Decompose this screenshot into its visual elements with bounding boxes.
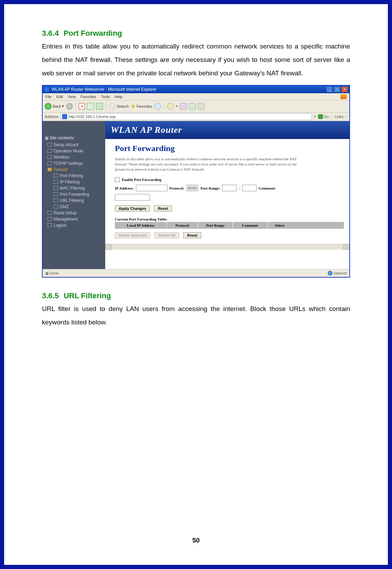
comment-label: Comment: [259,186,276,190]
delete-all-button[interactable]: Delete All [154,232,179,238]
nav-logout[interactable]: Logout [45,222,103,228]
nav-port-forwarding[interactable]: Port Forwarding [51,191,103,197]
port-from-input[interactable] [222,185,237,191]
sidebar-heading: Site contents: [50,136,75,140]
home-button[interactable] [96,103,103,110]
favorites-button[interactable]: ★Favorites [131,103,152,109]
status-bar: ▦ Done Internet [43,269,349,277]
reset-button[interactable]: Reset [154,205,172,212]
reset-table-button[interactable]: Reset [183,232,201,238]
nav-firewall[interactable]: Firewall [45,167,103,173]
section-number: 3.6.5 [42,291,59,300]
port-to-input[interactable] [242,185,257,191]
menu-tools[interactable]: Tools [101,95,110,99]
history-button[interactable] [167,103,174,110]
search-icon [109,103,116,110]
protocol-select[interactable]: Both ▾ [186,185,199,191]
section-number: 3.6.4 [42,29,59,37]
nav-operation-mode[interactable]: Operation Mode [45,148,103,154]
horizontal-scrollbar[interactable] [105,244,349,250]
address-label: Address [45,115,58,119]
sidebar: ▣ Site contents: Setup Wizard Operation … [43,121,105,269]
ip-label: IP Address: [115,186,134,190]
section-3-6-4-body: Entries in this table allow you to autom… [42,40,350,80]
menu-file[interactable]: File [45,95,52,99]
refresh-button[interactable] [87,103,94,110]
ip-input[interactable] [136,185,167,191]
nav-ip-filtering[interactable]: IP Filtering [51,179,103,185]
protocol-label: Protocol: [170,186,184,190]
print-button[interactable] [189,103,196,110]
table-header: Local IP Address Protocol Port Range Com… [115,222,344,229]
apply-button[interactable]: Apply Changes [115,205,150,212]
nav-tcpip[interactable]: TCP/IP Settings [45,160,103,167]
menu-help[interactable]: Help [115,95,122,99]
ie-icon [44,87,50,92]
nav-management[interactable]: Management [45,216,103,222]
address-input[interactable]: http://192.168.1.1/home.asp [61,113,312,120]
page-title: Port Forwarding [115,144,344,153]
edit-button[interactable] [198,103,205,110]
page-description: Entries in this table allow you to autom… [115,157,307,172]
minimize-button[interactable]: _ [326,86,333,93]
delete-selected-button[interactable]: Delete Selected [115,232,150,238]
port-range-label: Port Range: [200,186,220,190]
menu-edit[interactable]: Edit [56,95,63,99]
xp-flag-icon [340,94,347,99]
section-3-6-4-heading: 3.6.4Port Forwarding [42,29,350,38]
search-button[interactable]: Search [109,103,129,110]
window-title: WLAN AP Router Webserver - Microsoft Int… [52,87,156,92]
mail-button[interactable] [180,103,187,110]
ie-screenshot: WLAN AP Router Webserver - Microsoft Int… [42,85,350,278]
menu-favorites[interactable]: Favorites [80,95,96,99]
section-3-6-5-heading: 3.6.5URL Filtering [42,291,350,300]
nav-wireless[interactable]: Wireless [45,154,103,160]
nav-route-setup[interactable]: Route Setup [45,210,103,216]
table-title: Current Port Forwarding Table: [115,217,344,221]
stop-button[interactable] [79,103,85,109]
router-banner: WLAN AP Router [105,121,349,139]
links-label[interactable]: Links [335,115,344,119]
toolbar: Back ▾ Search ★Favorites ▾ [43,100,349,112]
go-button[interactable]: Go [318,114,329,119]
nav-mac-filtering[interactable]: MAC Filtering [51,185,103,191]
section-3-6-5-body: URL filter is used to deny LAN users fro… [42,302,350,329]
back-button[interactable]: Back ▾ [45,103,64,110]
star-icon: ★ [131,103,135,109]
close-button[interactable]: ✕ [341,86,348,93]
section-title: Port Forwarding [64,29,122,37]
address-bar: Address http://192.168.1.1/home.asp ▾ Go… [43,112,349,121]
go-icon [318,114,323,119]
zone-label: Internet [334,271,347,275]
internet-zone-icon [328,271,333,276]
menu-bar: File Edit View Favorites Tools Help [43,93,349,100]
nav-port-filtering[interactable]: Port Filtering [51,173,103,179]
section-title: URL Filtering [64,291,111,300]
nav-url-filtering[interactable]: URL Filtering [51,197,103,204]
enable-label: Enable Port Forwarding [122,178,162,182]
back-icon [45,103,52,110]
nav-setup-wizard[interactable]: Setup Wizard [45,142,103,148]
maximize-button[interactable]: □ [334,86,340,93]
enable-checkbox[interactable] [115,177,120,182]
comment-input[interactable] [115,194,150,201]
menu-view[interactable]: View [68,95,76,99]
nav-dmz[interactable]: DMZ [51,204,103,210]
window-titlebar: WLAN AP Router Webserver - Microsoft Int… [43,86,349,93]
page-number: 50 [4,537,388,544]
page-icon [62,114,67,119]
forward-button[interactable] [66,103,73,110]
media-button[interactable] [154,103,161,110]
status-text: Done [50,271,58,275]
